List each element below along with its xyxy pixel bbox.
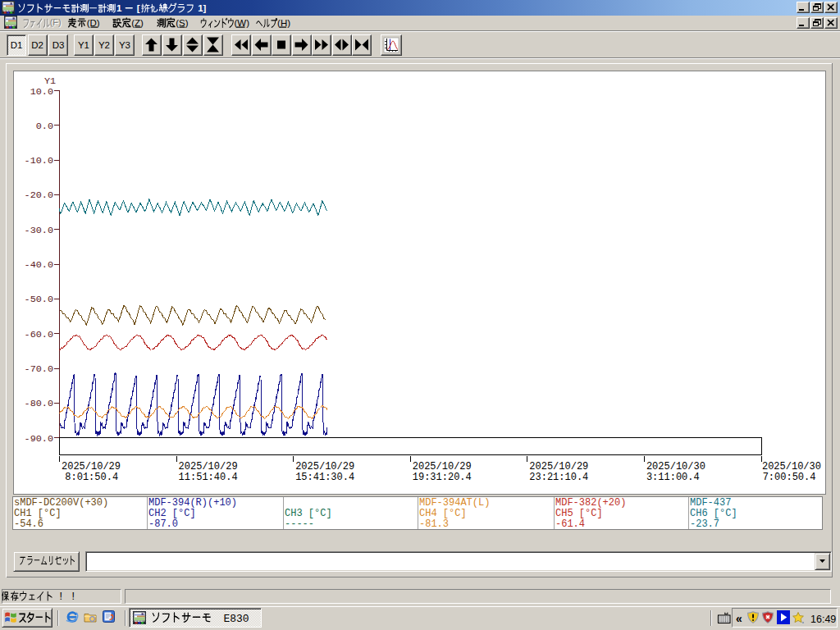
svg-text:D1: D1 — [11, 40, 23, 50]
svg-text:2025/10/29: 2025/10/29 — [413, 461, 472, 472]
svg-text:!: ! — [72, 591, 75, 602]
svg-text:D3: D3 — [52, 40, 65, 50]
svg-text:CH5 [°C]: CH5 [°C] — [555, 508, 603, 519]
svg-text:CH6 [°C]: CH6 [°C] — [690, 508, 737, 519]
svg-text:MDF-437: MDF-437 — [690, 497, 731, 509]
svg-text:-70.0: -70.0 — [25, 363, 53, 375]
svg-text:Y2: Y2 — [98, 40, 110, 50]
svg-text:2025/10/29: 2025/10/29 — [179, 461, 238, 472]
svg-text:2025/10/29: 2025/10/29 — [295, 461, 354, 472]
svg-text:(Z): (Z) — [131, 18, 144, 28]
svg-text:CH4 [°C]: CH4 [°C] — [419, 508, 467, 519]
svg-text:-80.0: -80.0 — [25, 398, 53, 409]
svg-text:11:51:40.4: 11:51:40.4 — [179, 472, 238, 483]
svg-text:3:11:00.4: 3:11:00.4 — [646, 472, 700, 483]
svg-text:16:49: 16:49 — [810, 614, 836, 625]
svg-text:CH2 [°C]: CH2 [°C] — [148, 508, 196, 519]
svg-text:CH3 [°C]: CH3 [°C] — [285, 508, 332, 519]
svg-text:2025/10/30: 2025/10/30 — [762, 461, 821, 472]
svg-text:Y1: Y1 — [78, 40, 89, 50]
svg-text:-90.0: -90.0 — [25, 433, 53, 445]
svg-text:-81.3: -81.3 — [419, 518, 449, 530]
svg-text:-54.6: -54.6 — [14, 518, 43, 530]
svg-text:2025/10/30: 2025/10/30 — [646, 461, 705, 472]
svg-text:1: 1 — [116, 3, 122, 13]
svg-text:-60.0: -60.0 — [25, 329, 53, 340]
svg-text:19:31:20.4: 19:31:20.4 — [413, 472, 472, 483]
svg-text:Y1: Y1 — [44, 75, 56, 87]
svg-text:D2: D2 — [31, 40, 43, 50]
svg-text:10.0: 10.0 — [30, 86, 53, 98]
svg-text:Y3: Y3 — [119, 40, 130, 50]
svg-text:-20.0: -20.0 — [25, 189, 53, 201]
svg-text:sMDF-DC200V(+30): sMDF-DC200V(+30) — [14, 497, 108, 509]
svg-text:(H): (H) — [277, 18, 290, 28]
svg-text:E830: E830 — [223, 613, 249, 625]
svg-text:8:01:50.4: 8:01:50.4 — [65, 472, 118, 483]
svg-text:2025/10/29: 2025/10/29 — [62, 461, 121, 472]
svg-text:0.0: 0.0 — [36, 121, 53, 132]
svg-text:MDF-394AT(L): MDF-394AT(L) — [419, 497, 490, 509]
svg-text:-10.0: -10.0 — [25, 155, 53, 167]
svg-text:15:41:30.4: 15:41:30.4 — [295, 472, 354, 483]
svg-text:-50.0: -50.0 — [25, 294, 53, 305]
svg-text:23:21:10.4: 23:21:10.4 — [529, 472, 588, 483]
svg-text:-23.7: -23.7 — [690, 518, 719, 530]
svg-text:(F): (F) — [50, 17, 62, 27]
svg-text:2025/10/29: 2025/10/29 — [529, 461, 588, 472]
svg-text:(W): (W) — [235, 18, 250, 28]
svg-text:-40.0: -40.0 — [25, 259, 53, 271]
svg-text:CH1 [°C]: CH1 [°C] — [14, 508, 62, 519]
svg-text:[: [ — [137, 3, 140, 13]
svg-text:MDF-394(R)(+10): MDF-394(R)(+10) — [148, 497, 237, 509]
svg-text:MDF-382(+20): MDF-382(+20) — [555, 497, 626, 509]
svg-text:1]: 1] — [198, 3, 206, 13]
svg-text:-----: ----- — [285, 518, 314, 530]
svg-text:(S): (S) — [176, 18, 189, 28]
svg-text:(D): (D) — [87, 18, 100, 28]
svg-text:-30.0: -30.0 — [25, 225, 53, 236]
svg-text:«: « — [736, 612, 742, 625]
svg-text:7:00:50.4: 7:00:50.4 — [763, 472, 816, 483]
svg-text:!: ! — [60, 591, 62, 602]
svg-text:-87.0: -87.0 — [148, 518, 178, 530]
svg-text:-61.4: -61.4 — [555, 518, 585, 530]
